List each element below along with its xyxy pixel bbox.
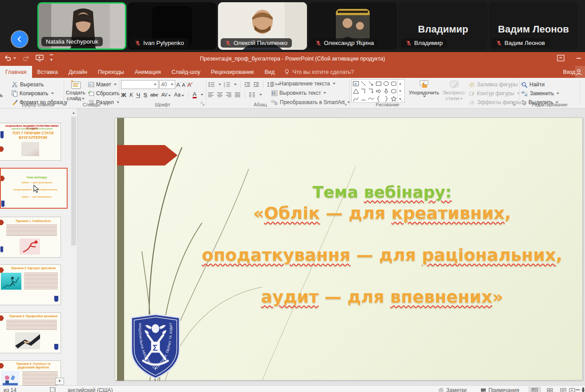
columns-dropdown[interactable] xyxy=(259,94,262,96)
slide-thumbnail-6[interactable]: Причина 4. Гнучкість та додатковий зароб… xyxy=(0,360,61,385)
convert-smartart-button[interactable]: Преобразовать в SmartArt xyxy=(271,98,350,107)
reset-button[interactable]: Сбросить xyxy=(88,89,120,98)
new-slide-button[interactable]: Создать слайд xyxy=(65,79,86,101)
shape-right-arrow-icon[interactable] xyxy=(375,88,382,94)
character-spacing-button[interactable]: AV xyxy=(161,92,171,97)
paste-button-partial[interactable]: ь xyxy=(0,92,3,98)
slide-thumbnail-4[interactable]: Причина 2. Кар'єрне зростання xyxy=(0,264,61,305)
tab-view[interactable]: Вид xyxy=(259,66,280,78)
shape-oval-icon[interactable] xyxy=(383,81,389,87)
shape-left-brace-icon[interactable] xyxy=(375,96,382,102)
italic-button[interactable]: К xyxy=(129,91,133,98)
shape-rectangle-icon[interactable] xyxy=(375,81,382,87)
bullets-icon[interactable] xyxy=(208,82,215,87)
bullets-dropdown[interactable] xyxy=(218,84,221,85)
strikethrough-button[interactable]: abc xyxy=(150,92,158,97)
keyboard-language-icon[interactable]: x xyxy=(50,387,56,392)
gallery-scroll-down[interactable]: ▼ xyxy=(397,87,403,95)
shape-curve-icon[interactable] xyxy=(368,96,374,102)
ribbon-display-options-icon[interactable] xyxy=(557,55,565,61)
align-left-icon[interactable] xyxy=(208,92,214,97)
grow-font-button[interactable]: Аˆ xyxy=(176,81,181,88)
zoom-out-button[interactable] xyxy=(576,388,580,392)
layout-button[interactable]: Макет xyxy=(88,80,117,89)
copy-button[interactable]: Копировать xyxy=(12,89,54,98)
tab-review[interactable]: Рецензирование xyxy=(206,66,259,78)
shape-line-icon[interactable] xyxy=(360,81,367,87)
change-case-button[interactable]: Aa xyxy=(174,92,184,98)
shape-textbox-icon[interactable]: A xyxy=(353,81,359,87)
numbering-icon[interactable]: 123 xyxy=(224,82,230,87)
tab-home[interactable]: Главная xyxy=(0,66,32,78)
slide-thumbnail-3[interactable]: Причина 1. Стабільність xyxy=(0,217,61,258)
shape-rounded-rectangle-icon[interactable] xyxy=(391,81,397,87)
numbering-dropdown[interactable] xyxy=(234,84,237,85)
font-size-combo[interactable]: 40 xyxy=(159,80,175,89)
language-status[interactable]: английский (США) xyxy=(68,387,113,392)
tab-insert[interactable]: Вставка xyxy=(32,66,63,78)
shape-elbow-icon[interactable] xyxy=(360,88,367,94)
align-center-icon[interactable] xyxy=(217,92,223,97)
align-right-icon[interactable] xyxy=(226,92,232,97)
shape-arc-icon[interactable] xyxy=(360,96,367,102)
font-name-combo[interactable] xyxy=(121,80,158,89)
minimize-icon[interactable] xyxy=(576,55,581,61)
font-color-button[interactable]: А xyxy=(193,92,197,98)
increase-indent-icon[interactable] xyxy=(253,82,259,87)
shape-rounded-icon[interactable] xyxy=(391,88,397,94)
slide-thumbnail-1[interactable]: НАЦІОНАЛЬНА АКАДЕМІЯ СТАТИСТИКИ ОБЛІКУ Т… xyxy=(0,123,61,161)
clear-formatting-button[interactable]: А xyxy=(187,81,191,88)
text-shadow-button[interactable]: S xyxy=(143,92,147,98)
notes-button[interactable]: Заметки xyxy=(438,387,467,392)
shape-effects-button[interactable]: Эффекты фигуры xyxy=(469,98,527,107)
quick-styles-button[interactable]: Экспресс- стили xyxy=(441,79,467,101)
participant-tile-oleksandr[interactable]: Олександр Яцина xyxy=(308,2,397,50)
dialog-launcher-icon[interactable] xyxy=(343,102,347,106)
account-person-icon[interactable] xyxy=(575,66,585,78)
slide-thumbnail-5[interactable]: Причина 3. Професійне визнання xyxy=(0,312,61,353)
participant-tile-oleksiy[interactable]: Олексій Пилипенко xyxy=(218,2,307,50)
gallery-prev-button[interactable] xyxy=(12,31,28,47)
text-direction-button[interactable]: A Направление текста xyxy=(271,79,335,88)
shape-arrow-icon[interactable] xyxy=(368,81,374,87)
columns-icon[interactable] xyxy=(249,92,255,97)
shape-fill-button[interactable]: Заливка фигуры xyxy=(469,80,523,89)
tab-design[interactable]: Дизайн xyxy=(63,66,93,78)
tab-animations[interactable]: Анимация xyxy=(129,66,166,78)
slide-sorter-view-button[interactable] xyxy=(544,387,556,392)
font-color-dropdown[interactable] xyxy=(201,94,203,96)
align-text-button[interactable]: Выровнять текст xyxy=(271,89,326,97)
dialog-launcher-icon[interactable] xyxy=(201,102,205,106)
shape-right-brace-icon[interactable] xyxy=(383,96,389,102)
cut-button[interactable]: Вырезать xyxy=(12,80,44,89)
gallery-scroll-up[interactable]: ▲ xyxy=(397,80,403,87)
title-bar[interactable]: ▔▾ Презентація_проф_бухгалтера - PowerPo… xyxy=(0,52,585,66)
participant-tile-vadim[interactable]: Вадим Леонов Вадим Леонов xyxy=(489,2,578,50)
panel-scroll-down-button[interactable]: ▼ xyxy=(55,378,64,385)
shape-elbow-arrow-icon[interactable] xyxy=(368,88,374,94)
decrease-indent-icon[interactable] xyxy=(244,82,250,87)
tab-slideshow[interactable]: Слайд-шоу xyxy=(166,66,206,78)
bold-button[interactable]: Ж xyxy=(121,92,126,98)
zoom-slider-handle[interactable] xyxy=(582,388,584,392)
underline-button[interactable]: Ч xyxy=(136,92,140,98)
replace-button[interactable]: abac Заменить xyxy=(521,89,559,98)
slide-canvas[interactable]: НАЦІОНАЛЬНА АКАДЕМІЯ СТАТИСТИКИ, ОБЛІКУ … xyxy=(115,117,583,380)
tab-transitions[interactable]: Переходы xyxy=(93,66,129,78)
participant-tile-vladimir[interactable]: Владимир Владимир xyxy=(399,2,488,50)
arrange-button[interactable]: Упорядочить xyxy=(408,79,440,97)
participant-tile-natalia[interactable]: Natalia Nechyporuk xyxy=(37,2,126,50)
gallery-more-button[interactable]: ▼̲ xyxy=(397,95,403,102)
shapes-gallery[interactable]: A ▲ ▼ xyxy=(351,79,405,103)
shape-freeform-icon[interactable] xyxy=(353,96,359,102)
shape-star-icon[interactable] xyxy=(391,96,397,102)
panel-scroll-up-arrow[interactable]: ▲ xyxy=(70,110,77,116)
shape-down-arrow-icon[interactable] xyxy=(383,88,389,94)
shape-triangle-icon[interactable] xyxy=(353,88,359,94)
dialog-launcher-icon[interactable] xyxy=(512,102,516,106)
shrink-font-button[interactable]: Аˇ xyxy=(182,82,186,88)
tell-me-box[interactable]: Что вы хотите сделать? xyxy=(284,66,354,78)
participant-tile-ivan[interactable]: Ivan Pylypenko xyxy=(128,2,217,50)
justify-icon[interactable] xyxy=(235,92,241,97)
find-button[interactable]: Найти xyxy=(521,80,545,89)
